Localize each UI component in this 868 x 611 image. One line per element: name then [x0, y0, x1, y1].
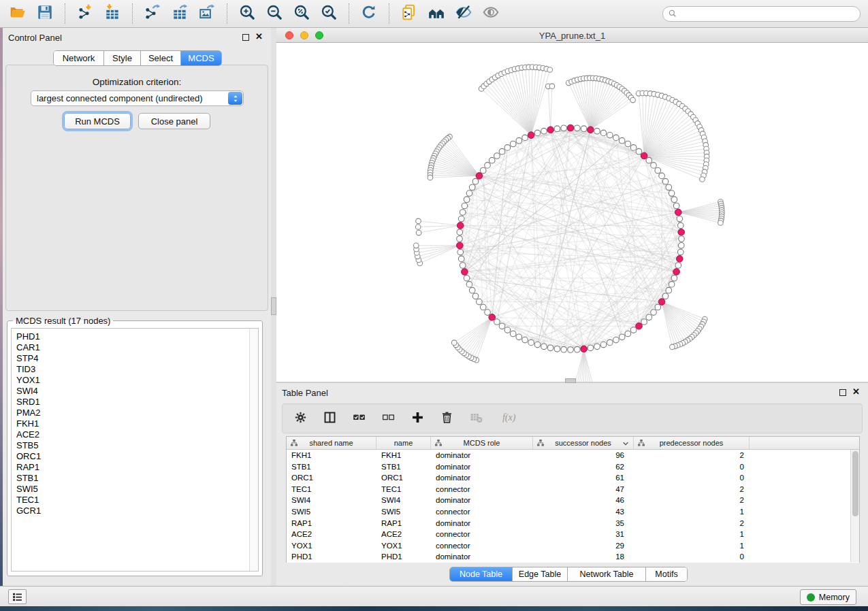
function-builder-button[interactable]: f(x) [497, 410, 520, 427]
clone-network-button[interactable] [396, 2, 423, 25]
add-row-button[interactable] [409, 410, 425, 427]
tab-select[interactable]: Select [141, 51, 181, 65]
table-row[interactable]: RAP1RAP1dominator352 [287, 518, 859, 529]
memory-button[interactable]: Memory [800, 589, 856, 605]
mcds-result-item[interactable]: SWI5 [16, 484, 258, 495]
tab-mcds[interactable]: MCDS [181, 51, 221, 65]
mcds-result-item[interactable]: STB1 [16, 473, 258, 484]
tab-style[interactable]: Style [104, 51, 141, 65]
cell-shared-name: STB1 [287, 461, 376, 473]
panel-split-divider[interactable] [271, 28, 276, 586]
tab-network[interactable]: Network [54, 51, 104, 65]
import-network-button[interactable] [71, 2, 99, 25]
hide-selected-button[interactable] [450, 2, 477, 25]
divider-grip-horizontal[interactable] [565, 378, 576, 383]
import-table-button[interactable] [99, 2, 126, 25]
mcds-close-panel-button[interactable]: Close panel [138, 113, 210, 129]
table-scrollbar-thumb[interactable] [852, 451, 858, 516]
mcds-result-item[interactable]: FKH1 [16, 418, 258, 429]
mcds-list-scrollbar[interactable] [249, 329, 258, 571]
table-row[interactable]: STB1STB1dominator620 [287, 461, 859, 473]
mcds-result-item[interactable]: SRD1 [16, 397, 258, 408]
table-row[interactable]: SWI4SWI4dominator462 [287, 495, 859, 506]
mcds-result-item[interactable]: PMA2 [16, 408, 258, 418]
mcds-result-item[interactable]: SWI4 [16, 386, 258, 397]
hide-selected-icon [455, 3, 472, 24]
cell-successor-nodes: 62 [533, 461, 634, 473]
delete-table-button[interactable] [468, 410, 484, 427]
table-row[interactable]: PHD1PHD1dominator180 [287, 551, 859, 563]
zoom-out-button[interactable] [261, 2, 288, 25]
table-row[interactable]: SWI5SWI5connector431 [287, 506, 859, 518]
float-window-icon[interactable] [839, 389, 846, 396]
tab-edge-table[interactable]: Edge Table [513, 567, 568, 581]
close-icon[interactable]: ✕ [255, 32, 263, 42]
cell-predecessor-nodes: 1 [634, 540, 750, 552]
cell-predecessor-nodes: 0 [634, 461, 750, 473]
zoom-selected-icon [320, 3, 338, 24]
export-image-button[interactable] [193, 2, 221, 25]
zoom-fit-button[interactable] [288, 2, 315, 25]
tab-node-table[interactable]: Node Table [450, 567, 513, 581]
table-scrollbar[interactable] [850, 450, 859, 562]
mcds-result-item[interactable]: RAP1 [16, 462, 258, 473]
network-canvas[interactable] [276, 43, 868, 383]
mcds-result-item[interactable]: GCR1 [16, 506, 258, 516]
settings-gear-icon [293, 410, 308, 427]
search-input[interactable] [677, 7, 860, 20]
mcds-hub-node [588, 127, 594, 133]
column-header-successor-nodes[interactable]: successor nodes [533, 437, 634, 449]
open-file-button[interactable] [4, 2, 31, 25]
cell-shared-name: SWI5 [287, 506, 376, 518]
show-all-button[interactable] [477, 2, 504, 25]
toolbar-separator [227, 3, 227, 24]
table-row[interactable]: YOX1YOX1connector291 [287, 540, 859, 552]
cell-name: TEC1 [376, 484, 431, 495]
float-window-icon[interactable] [242, 34, 249, 41]
mcds-result-item[interactable]: ORC1 [16, 451, 258, 462]
mcds-hub-node [476, 173, 483, 180]
column-header-predecessor-nodes[interactable]: predecessor nodes [634, 437, 750, 449]
close-icon[interactable]: ✕ [852, 387, 860, 397]
toolbar-separator [389, 3, 389, 24]
table-row[interactable]: FKH1FKH1dominator962 [287, 450, 859, 461]
table-row[interactable]: TEC1TEC1connector472 [287, 484, 859, 495]
delete-row-button[interactable] [438, 410, 455, 427]
column-header-MCDS-role[interactable]: MCDS role [431, 437, 533, 449]
zoom-in-button[interactable] [234, 2, 261, 25]
export-table-button[interactable] [166, 2, 193, 25]
table-row[interactable]: ORC1ORC1dominator610 [287, 472, 859, 484]
deselect-all-button[interactable] [380, 410, 396, 427]
mcds-result-item[interactable]: TEC1 [16, 495, 258, 506]
run-mcds-button[interactable]: Run MCDS [64, 113, 131, 129]
zoom-fit-icon [293, 3, 310, 24]
settings-gear-button[interactable] [292, 410, 308, 427]
tab-motifs[interactable]: Motifs [646, 567, 687, 581]
network-graph[interactable] [276, 43, 868, 383]
divider-grip[interactable] [271, 297, 276, 315]
column-header-shared-name[interactable]: shared name [287, 437, 376, 449]
mcds-result-item[interactable]: CAR1 [16, 342, 258, 353]
mcds-result-item[interactable]: PHD1 [16, 331, 258, 342]
mcds-result-item[interactable]: TID3 [16, 364, 258, 375]
save-session-button[interactable] [31, 2, 59, 25]
zoom-selected-button[interactable] [315, 2, 342, 25]
select-all-button[interactable] [351, 410, 367, 427]
search-field[interactable] [662, 6, 861, 22]
column-header-name[interactable]: name [376, 437, 431, 449]
mcds-result-item[interactable]: YOX1 [16, 375, 258, 386]
mcds-result-item[interactable]: STB5 [16, 440, 258, 451]
tab-network-table[interactable]: Network Table [568, 567, 646, 581]
refresh-view-button[interactable] [355, 2, 383, 25]
export-network-button[interactable] [139, 2, 166, 25]
mcds-result-item[interactable]: ACE2 [16, 429, 258, 440]
table-row[interactable]: ACE2ACE2connector311 [287, 529, 859, 540]
cell-successor-nodes: 18 [533, 551, 634, 563]
task-history-button[interactable] [8, 589, 27, 604]
network-window-titlebar[interactable]: YPA_prune.txt_1 [276, 28, 868, 43]
overview-button[interactable] [423, 2, 450, 25]
open-file-icon [9, 3, 27, 24]
optimization-criterion-select[interactable]: largest connected component (undirected) [31, 90, 244, 106]
column-visibility-button[interactable] [321, 410, 338, 427]
mcds-result-item[interactable]: STP4 [16, 353, 258, 364]
